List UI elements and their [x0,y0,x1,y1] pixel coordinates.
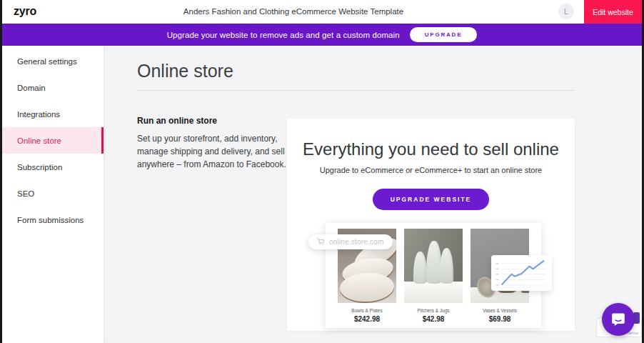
zyro-logo[interactable]: zyro [14,5,36,18]
product-name: Vases & Vessels [471,308,529,313]
browser-url-text: online.store.com [329,238,384,246]
sidebar-item-seo[interactable]: SEO [2,180,104,207]
top-bar: zyro Anders Fashion and Clothing eCommer… [2,0,642,24]
product-card: Pitchers & Jugs $42.98 [404,229,463,328]
sidebar-item-integrations[interactable]: Integrations [2,101,104,127]
product-name: Pitchers & Jugs [404,308,463,313]
product-price: $242.98 [338,315,396,323]
settings-sidebar: General settings Domain Integrations Onl… [2,46,104,343]
promo-heading: Everything you need to sell online [287,139,575,159]
sales-line-chart [493,257,549,289]
product-image-pitchers [404,229,463,303]
chat-bubble-icon [610,311,627,328]
upgrade-banner-text: Upgrade your website to remove ads and g… [167,31,400,39]
intro-heading: Run an online store [137,116,288,126]
user-avatar[interactable]: L [558,4,574,19]
upgrade-banner-button[interactable]: UPGRADE [410,27,478,42]
sidebar-item-online-store[interactable]: Online store [2,127,104,154]
cart-icon [317,238,325,246]
main-content: Online store Run an online store Set up … [104,46,642,343]
browser-url-pill: online.store.com [308,234,393,249]
sidebar-item-subscription[interactable]: Subscription [2,154,104,180]
intro-description: Set up your storefront, add inventory, m… [137,132,288,171]
sidebar-item-domain[interactable]: Domain [2,74,104,101]
promo-subheading: Upgrade to eCommerce or eCommerce+ to st… [287,166,575,174]
sales-chart-card [491,255,552,291]
product-price: $69.98 [471,315,529,323]
upgrade-website-button[interactable]: UPGRADE WEBSITE [373,189,490,210]
product-price: $42.98 [404,315,463,323]
online-store-intro: Run an online store Set up your storefro… [137,116,288,171]
screen-edge-left [0,0,2,343]
sidebar-item-form-submissions[interactable]: Form submissions [2,207,104,233]
product-name: Bowls & Plates [338,308,396,313]
title-divider [137,90,575,91]
site-title: Anders Fashion and Clothing eCommerce We… [88,7,499,16]
chat-button[interactable] [602,303,635,336]
edit-website-button[interactable]: Edit website [584,0,642,24]
page-title: Online store [137,61,233,81]
upgrade-banner: Upgrade your website to remove ads and g… [2,24,642,46]
sidebar-item-general-settings[interactable]: General settings [2,48,104,74]
ecommerce-promo-card: Everything you need to sell online Upgra… [287,119,575,331]
